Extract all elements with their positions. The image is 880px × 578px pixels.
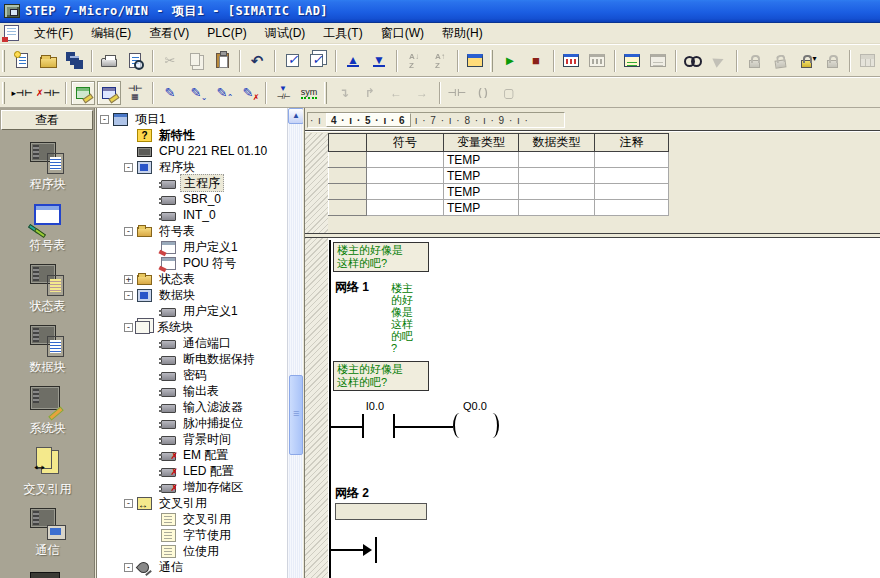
- var-table-cell[interactable]: TEMP: [444, 152, 519, 168]
- tree-item-15[interactable]: 断电数据保持: [97, 351, 288, 367]
- tree-expander[interactable]: -: [124, 499, 133, 508]
- tree-expander[interactable]: -: [124, 227, 133, 236]
- tree-expander[interactable]: +: [124, 275, 133, 284]
- toolbar-grip[interactable]: [2, 50, 5, 72]
- contact-table-button[interactable]: ⊣⊢▦: [123, 81, 147, 105]
- tree-item-16[interactable]: 密码: [97, 367, 288, 383]
- contact-operand[interactable]: I0.0: [353, 400, 397, 412]
- var-table-cell[interactable]: TEMP: [444, 184, 519, 200]
- print-button[interactable]: [97, 49, 121, 73]
- tree-expander[interactable]: -: [100, 115, 109, 124]
- var-table-cell[interactable]: [329, 200, 367, 216]
- stop-button[interactable]: ■: [524, 49, 548, 73]
- tree-item-27[interactable]: 位使用: [97, 543, 288, 559]
- sidebar-item-6[interactable]: 通信: [0, 508, 95, 559]
- tree-item-6[interactable]: INT_0: [97, 207, 288, 223]
- upload-button[interactable]: ▲: [341, 49, 365, 73]
- menu-item-1[interactable]: 编辑(E): [82, 24, 140, 42]
- sidebar-item-4[interactable]: 系统块: [0, 386, 95, 437]
- run-button[interactable]: ►: [498, 49, 522, 73]
- compile-all-button[interactable]: [306, 49, 330, 73]
- var-table-cell[interactable]: [367, 200, 444, 216]
- var-table-cell[interactable]: [595, 152, 669, 168]
- network2-title-box[interactable]: [335, 503, 427, 520]
- draw-erase-button[interactable]: ✎✗: [236, 81, 260, 105]
- view-bar-header[interactable]: 查看: [1, 110, 93, 130]
- network1-comment-box[interactable]: 楼主的好像是 这样的吧?: [333, 361, 429, 391]
- tree-item-23[interactable]: ✗增加存储区: [97, 479, 288, 495]
- tree-item-28[interactable]: -通信: [97, 559, 288, 575]
- tree-item-18[interactable]: 输入滤波器: [97, 399, 288, 415]
- tree-item-13[interactable]: -系统块: [97, 319, 288, 335]
- symbol-info-button[interactable]: sym: [297, 81, 321, 105]
- coil-left-paren[interactable]: [453, 413, 466, 438]
- var-table-cell[interactable]: [595, 200, 669, 216]
- draw-curve-down-button[interactable]: ✎⌄: [184, 81, 208, 105]
- var-table-cell[interactable]: [519, 152, 595, 168]
- var-table-cell[interactable]: [519, 184, 595, 200]
- new-file-button[interactable]: [10, 49, 34, 73]
- tree-item-3[interactable]: -程序块: [97, 159, 288, 175]
- compile-button[interactable]: [280, 49, 304, 73]
- toolbar-grip[interactable]: [2, 82, 5, 104]
- save-all-button[interactable]: [62, 49, 86, 73]
- menu-item-4[interactable]: 调试(D): [256, 24, 315, 42]
- tree-item-11[interactable]: -数据块: [97, 287, 288, 303]
- tree-item-5[interactable]: SBR_0: [97, 191, 288, 207]
- contact-bar-left[interactable]: [362, 414, 364, 438]
- tree-item-7[interactable]: -符号表: [97, 223, 288, 239]
- sidebar-item-2[interactable]: 状态表: [0, 264, 95, 315]
- sidebar-item-5[interactable]: ↔交叉引用: [0, 447, 95, 498]
- tree-expander[interactable]: -: [124, 323, 133, 332]
- var-table-cell[interactable]: [367, 168, 444, 184]
- tree-expander[interactable]: -: [124, 291, 133, 300]
- print-preview-button[interactable]: [123, 49, 147, 73]
- insert-network-button[interactable]: ▸⊣⊢: [10, 81, 34, 105]
- var-table-cell[interactable]: [519, 200, 595, 216]
- program-status-button[interactable]: [559, 49, 583, 73]
- menu-item-7[interactable]: 帮助(H): [433, 24, 492, 42]
- mdi-child-icon[interactable]: [4, 25, 19, 41]
- var-table-cell[interactable]: [595, 184, 669, 200]
- var-table-cell[interactable]: [367, 152, 444, 168]
- sidebar-item-3[interactable]: 数据块: [0, 325, 95, 376]
- settings-partial-icon[interactable]: [30, 572, 60, 578]
- contact-dropdown-button[interactable]: ▼⊣⊢: [271, 81, 295, 105]
- tree-item-22[interactable]: ✗LED 配置: [97, 463, 288, 479]
- menu-item-0[interactable]: 文件(F): [25, 24, 82, 42]
- view-symbol-contact-button[interactable]: [97, 81, 121, 105]
- coil-operand[interactable]: Q0.0: [445, 400, 505, 412]
- tree-item-21[interactable]: ✗EM 配置: [97, 447, 288, 463]
- scroll-thumb[interactable]: [289, 375, 303, 455]
- tree-item-0[interactable]: -项目1: [97, 111, 288, 127]
- var-table-cell[interactable]: [367, 184, 444, 200]
- sidebar-item-0[interactable]: 程序块: [0, 142, 95, 193]
- tree-item-2[interactable]: CPU 221 REL 01.10: [97, 143, 288, 159]
- var-table-cell[interactable]: [329, 152, 367, 168]
- var-table-cell[interactable]: [329, 184, 367, 200]
- edit-cursor[interactable]: [375, 537, 377, 563]
- open-folder-button[interactable]: [36, 49, 60, 73]
- tree-item-26[interactable]: 字节使用: [97, 527, 288, 543]
- tree-item-17[interactable]: 输出表: [97, 383, 288, 399]
- tree-item-4[interactable]: 主程序: [97, 175, 288, 191]
- chart-status-button[interactable]: [620, 49, 644, 73]
- tree-item-14[interactable]: 通信端口: [97, 335, 288, 351]
- var-table-cell[interactable]: TEMP: [444, 168, 519, 184]
- undo-button[interactable]: ↶: [245, 49, 269, 73]
- var-table-cell[interactable]: TEMP: [444, 200, 519, 216]
- network1-title[interactable]: 楼主 的好 像是 这样 的吧 ?: [391, 282, 421, 354]
- toolbar-grip[interactable]: [324, 82, 327, 104]
- lock-password-button[interactable]: [794, 49, 818, 73]
- draw-line-button[interactable]: ✎: [158, 81, 182, 105]
- sidebar-item-1[interactable]: 符号表: [0, 203, 95, 254]
- tree-scrollbar[interactable]: ▲: [287, 108, 303, 578]
- tree-expander[interactable]: -: [124, 563, 133, 572]
- var-table-cell[interactable]: [329, 168, 367, 184]
- options-button[interactable]: [463, 49, 487, 73]
- tree-item-19[interactable]: 脉冲捕捉位: [97, 415, 288, 431]
- toolbar-grip[interactable]: [490, 50, 493, 72]
- tree-item-10[interactable]: +状态表: [97, 271, 288, 287]
- tree-item-24[interactable]: -交叉引用: [97, 495, 288, 511]
- tree-item-9[interactable]: POU 符号: [97, 255, 288, 271]
